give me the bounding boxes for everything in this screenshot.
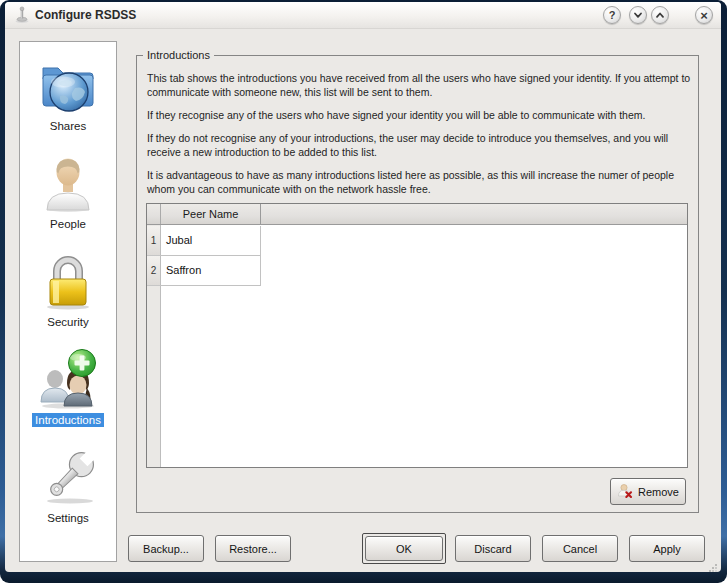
- unshade-button[interactable]: [651, 6, 669, 24]
- remove-person-icon: [617, 483, 633, 501]
- close-button[interactable]: ×: [695, 6, 713, 24]
- backup-button[interactable]: Backup...: [128, 535, 204, 562]
- ok-default-frame: OK: [362, 533, 446, 564]
- person-icon: [36, 152, 100, 216]
- introductions-groupbox: Introductions This tab shows the introdu…: [136, 48, 699, 513]
- peer-name-cell[interactable]: Saffron: [161, 256, 261, 286]
- shade-button[interactable]: [629, 6, 647, 24]
- add-people-icon: [36, 348, 100, 412]
- chevron-down-icon: [633, 10, 643, 20]
- window-pin-icon: [13, 6, 31, 24]
- sidebar-item-label: Introductions: [32, 413, 104, 427]
- chevron-up-icon: [655, 10, 665, 20]
- remove-button-label: Remove: [638, 486, 679, 498]
- table-row[interactable]: 1 Jubal: [147, 226, 687, 256]
- remove-button[interactable]: Remove: [610, 478, 686, 505]
- column-header-peer-name[interactable]: Peer Name: [161, 204, 261, 224]
- sidebar-item-people[interactable]: People: [20, 152, 116, 250]
- apply-button[interactable]: Apply: [629, 535, 705, 562]
- row-number: 1: [147, 226, 161, 256]
- sidebar-item-label: People: [47, 217, 89, 231]
- sidebar-item-label: Shares: [47, 119, 89, 133]
- introductions-description: This tab shows the introductions you hav…: [147, 71, 692, 205]
- description-paragraph: If they recognise any of the users who h…: [147, 108, 692, 122]
- table-row[interactable]: 2 Saffron: [147, 256, 687, 286]
- row-number: 2: [147, 256, 161, 286]
- wrench-icon: [36, 446, 100, 510]
- padlock-icon: [36, 250, 100, 314]
- sidebar-item-label: Security: [44, 315, 92, 329]
- sidebar-item-introductions[interactable]: Introductions: [20, 348, 116, 446]
- peer-table[interactable]: Peer Name 1 Jubal 2 Saffron: [146, 203, 688, 468]
- dialog-surface: Configure RSDSS ? ×: [5, 2, 721, 572]
- table-header-row: Peer Name: [147, 204, 687, 225]
- help-button[interactable]: ?: [603, 6, 621, 24]
- resize-grip-icon[interactable]: [708, 559, 718, 569]
- restore-button[interactable]: Restore...: [215, 535, 291, 562]
- description-paragraph: It is advantageous to have as many intro…: [147, 168, 692, 196]
- window-title: Configure RSDSS: [35, 2, 136, 29]
- description-paragraph: This tab shows the introductions you hav…: [147, 71, 692, 99]
- sidebar-item-security[interactable]: Security: [20, 250, 116, 348]
- sidebar-item-shares[interactable]: Shares: [20, 54, 116, 152]
- table-corner-cell: [147, 204, 161, 224]
- title-bar[interactable]: Configure RSDSS ? ×: [5, 2, 721, 29]
- peer-name-cell[interactable]: Jubal: [161, 226, 261, 256]
- discard-button[interactable]: Discard: [455, 535, 531, 562]
- ok-button[interactable]: OK: [365, 536, 443, 561]
- sidebar-item-settings[interactable]: Settings: [20, 446, 116, 544]
- groupbox-title: Introductions: [143, 48, 214, 62]
- sidebar-item-label: Settings: [44, 511, 92, 525]
- shares-folder-globe-icon: [36, 54, 100, 118]
- sidebar: Shares: [19, 41, 117, 562]
- cancel-button[interactable]: Cancel: [542, 535, 618, 562]
- configure-rsdss-window: Configure RSDSS ? ×: [0, 0, 727, 583]
- description-paragraph: If they do not recognise any of your int…: [147, 131, 692, 159]
